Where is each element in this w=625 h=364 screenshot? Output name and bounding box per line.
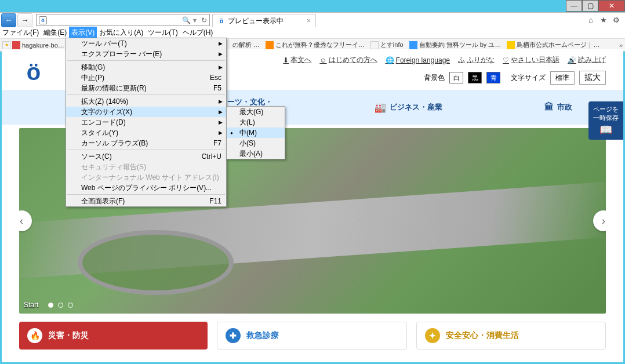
flame-icon: 🔥 <box>27 328 42 343</box>
bg-white-button[interactable]: 白 <box>449 72 463 83</box>
fav-item-4[interactable]: 自動要約 無料ツール by ユ… <box>409 41 502 49</box>
textsize-smallest[interactable]: 最小(A) <box>227 148 285 159</box>
book-icon: 📖 <box>591 123 621 136</box>
bg-black-button[interactable]: 黒 <box>468 72 482 83</box>
menu-tools[interactable]: ツール(T) <box>146 27 180 39</box>
menu-fullscreen[interactable]: 全画面表示(F)F11 <box>66 196 226 206</box>
window-minimize-button[interactable]: — <box>566 0 582 12</box>
carousel-prev-button[interactable]: ‹ <box>19 210 32 231</box>
carousel-start-label[interactable]: Start <box>24 301 38 309</box>
search-icon[interactable]: 🔍 <box>182 16 191 24</box>
menu-separator <box>67 60 225 61</box>
nav-city-gov[interactable]: 🏛市政 <box>539 100 578 115</box>
furigana-link[interactable]: ふふりがな <box>458 55 495 65</box>
textsize-largest[interactable]: 最大(G) <box>227 107 285 117</box>
submenu-arrow-icon: ▶ <box>219 130 223 136</box>
fav-overflow-chevron-icon[interactable]: » <box>619 42 623 49</box>
address-bar[interactable]: ö 🔍 ▾ ↻ <box>36 14 210 26</box>
menu-toolbars[interactable]: ツール バー(T)▶ <box>66 38 226 49</box>
submenu-arrow-icon: ▶ <box>219 99 223 104</box>
nav-business[interactable]: 🏭ビジネス・産業 <box>369 100 448 115</box>
foreign-language-link[interactable]: 🌐Foreign language <box>386 55 450 65</box>
submenu-arrow-icon: ▶ <box>219 119 223 125</box>
person-icon: ☺ <box>319 56 326 64</box>
fav-item-0[interactable]: hagakure-bo… <box>12 41 64 49</box>
menu-intl-address: インターナショナル Web サイト アドレス(I) <box>66 172 226 183</box>
font-size-label: 文字サイズ <box>511 73 546 83</box>
bg-color-label: 背景色 <box>424 73 445 83</box>
font-std-button[interactable]: 標準 <box>550 71 575 85</box>
menu-file[interactable]: ファイル(F) <box>0 27 41 39</box>
menu-separator <box>67 194 225 195</box>
menu-privacy-policy[interactable]: Web ページのプライバシー ポリシー(V)... <box>66 183 226 193</box>
save-page-widget[interactable]: ページを 一時保存 📖 <box>588 101 623 140</box>
skip-to-main-link[interactable]: ⬇本文へ <box>283 55 311 65</box>
nav-forward-button[interactable]: → <box>17 13 32 27</box>
textsize-smaller[interactable]: 小(S) <box>227 138 285 148</box>
tab-favicon: ö <box>217 17 226 25</box>
menu-edit[interactable]: 編集(E) <box>41 27 69 39</box>
utility-links: ⬇本文へ ☺はじめての方へ 🌐Foreign language ふふりがな ♡や… <box>283 55 606 65</box>
menu-source[interactable]: ソース(C)Ctrl+U <box>66 151 226 162</box>
menu-explorer-bars[interactable]: エクスプローラー バー(E)▶ <box>66 49 226 59</box>
globe-icon: 🌐 <box>386 56 394 64</box>
text-size-submenu: 最大(G) 大(L) ●中(M) 小(S) 最小(A) <box>226 106 285 159</box>
tools-gear-icon[interactable]: ⚙ <box>611 15 622 26</box>
favorites-icon[interactable]: ★ <box>598 15 609 26</box>
building-icon: 🏛 <box>544 102 554 112</box>
menu-help[interactable]: ヘルプ(H) <box>180 27 216 39</box>
menu-caret-browse[interactable]: カーソル ブラウズ(B)F7 <box>66 138 226 148</box>
menu-security-report: セキュリティ報告(S) <box>66 162 226 172</box>
card-emergency[interactable]: ✚救急診療 <box>217 322 406 350</box>
fav-item-3[interactable]: とすinfo <box>370 41 404 49</box>
easy-japanese-link[interactable]: ♡やさしい日本語 <box>503 55 559 65</box>
download-icon: ⬇ <box>283 56 289 64</box>
fav-item-2[interactable]: これが無料？優秀なフリーイ… <box>266 41 365 49</box>
submenu-arrow-icon: ▶ <box>219 64 223 70</box>
window-maximize-button[interactable]: ▢ <box>582 0 598 12</box>
menu-text-size[interactable]: 文字のサイズ(X)▶ <box>66 107 226 117</box>
view-dropdown-menu: ツール バー(T)▶ エクスプローラー バー(E)▶ 移動(G)▶ 中止(P)E… <box>66 38 227 207</box>
bg-blue-button[interactable]: 青 <box>486 72 500 83</box>
display-options: 背景色 白 黒 青 文字サイズ 標準 拡大 <box>283 71 606 85</box>
card-disaster[interactable]: 🔥災害・防災 <box>19 322 208 350</box>
carousel-next-button[interactable]: › <box>593 210 606 231</box>
heart-icon: ♡ <box>503 56 509 64</box>
submenu-arrow-icon: ▶ <box>219 109 223 115</box>
menu-zoom[interactable]: 拡大(Z) (140%)▶ <box>66 96 226 107</box>
textsize-medium[interactable]: ●中(M) <box>227 128 285 138</box>
fav-item-1[interactable]: の解析 … <box>232 41 260 49</box>
nav-back-button[interactable]: ← <box>1 13 16 27</box>
refresh-icon[interactable]: ↻ <box>201 16 207 24</box>
carousel-dot-2[interactable] <box>58 303 63 308</box>
font-large-button[interactable]: 拡大 <box>579 71 606 85</box>
menu-style[interactable]: スタイル(Y)▶ <box>66 128 226 138</box>
speaker-icon: 🔊 <box>568 56 576 64</box>
add-favorite-icon[interactable]: ★ <box>2 41 10 49</box>
browser-address-row: ← → ö 🔍 ▾ ↻ ö プレビュー表示中 × ⌂ ★ ⚙ <box>0 12 625 27</box>
window-close-button[interactable]: ✕ <box>598 0 625 12</box>
card-safety[interactable]: ✦安全安心・消費生活 <box>416 322 606 350</box>
site-logo[interactable]: ö <box>19 57 48 86</box>
factory-icon: 🏭 <box>375 102 386 113</box>
menu-favorites[interactable]: お気に入り(A) <box>97 27 146 39</box>
tts-link[interactable]: 🔊読み上げ <box>568 55 606 65</box>
browser-tab[interactable]: ö プレビュー表示中 × <box>212 14 316 27</box>
tab-close-icon[interactable]: × <box>307 17 311 25</box>
menu-refresh[interactable]: 最新の情報に更新(R)F5 <box>66 83 226 93</box>
carousel-dot-1[interactable] <box>48 303 53 308</box>
home-icon[interactable]: ⌂ <box>586 15 596 26</box>
textsize-larger[interactable]: 大(L) <box>227 117 285 128</box>
fav-item-5[interactable]: 鳥栖市公式ホームページ｜… <box>507 41 599 49</box>
first-time-link[interactable]: ☺はじめての方へ <box>319 55 377 65</box>
address-favicon: ö <box>39 16 47 24</box>
menu-encoding[interactable]: エンコード(D)▶ <box>66 117 226 128</box>
carousel-dot-3[interactable] <box>68 303 73 308</box>
tab-title: プレビュー表示中 <box>228 16 284 26</box>
menu-goto[interactable]: 移動(G)▶ <box>66 62 226 72</box>
menu-separator <box>67 150 225 150</box>
menu-view[interactable]: 表示(V) <box>69 27 97 39</box>
submenu-arrow-icon: ▶ <box>219 41 223 46</box>
menu-stop[interactable]: 中止(P)Esc <box>66 72 226 83</box>
carousel-indicators <box>48 303 73 308</box>
